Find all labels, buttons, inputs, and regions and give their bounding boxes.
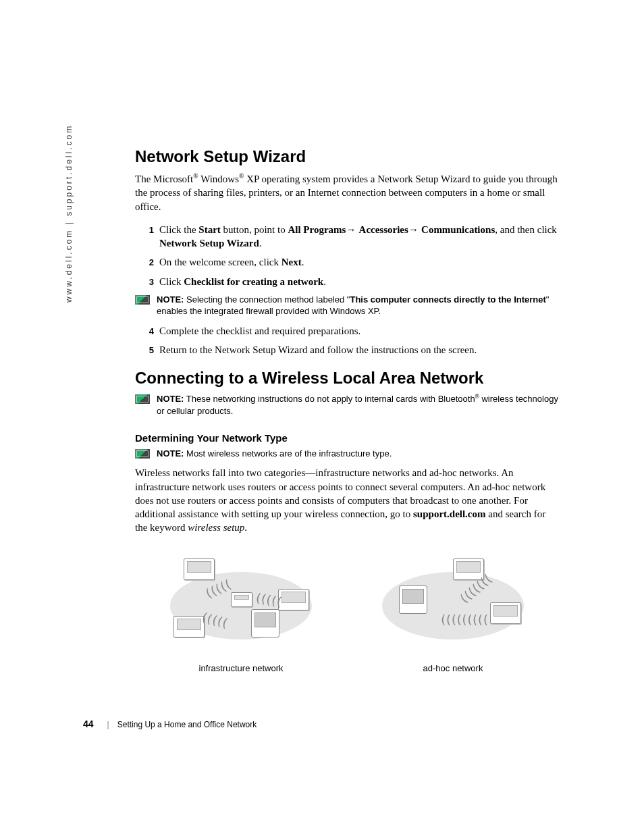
ui-label-checklist: Checklist for creating a network — [184, 276, 323, 287]
step-number: 3 — [135, 276, 154, 288]
steps-list: 1 Click the Start button, point to All P… — [135, 223, 559, 288]
step-number: 1 — [135, 224, 154, 236]
page-body: Network Setup Wizard The Microsoft® Wind… — [135, 147, 559, 673]
intro-text-1: The Microsoft — [135, 174, 193, 184]
desktop-icon — [251, 609, 279, 637]
note-label: NOTE: — [157, 294, 184, 305]
footer-separator-icon: | — [107, 720, 109, 729]
page-number: 44 — [83, 719, 94, 729]
keyword-text: wireless setup — [188, 522, 244, 533]
ui-label-communications: Communications — [421, 224, 495, 235]
note-text: Selecting the connection method labeled … — [184, 294, 350, 305]
diagram-adhoc: ((((((( ((((((((( ad-hoc network — [375, 555, 531, 673]
wireless-signal-icon: ((((((((( — [439, 613, 487, 627]
intro-text-2: Windows — [198, 174, 239, 184]
note-block: NOTE: Selecting the connection method la… — [135, 294, 559, 317]
step-2: 2 On the welcome screen, click Next. — [135, 255, 559, 269]
intro-paragraph: The Microsoft® Windows® XP operating sys… — [135, 172, 559, 213]
sidebar-url-text: www.dell.com | support.dell.com — [64, 124, 74, 303]
step-4: 4 Complete the checklist and required pr… — [135, 324, 559, 338]
ui-label-all-programs: All Programs — [288, 224, 346, 235]
subheading-network-type: Determining Your Network Type — [135, 432, 559, 444]
note-text: Most wireless networks are of the infras… — [184, 448, 392, 459]
heading-network-setup-wizard: Network Setup Wizard — [135, 147, 559, 166]
note-block: NOTE: Most wireless networks are of the … — [135, 448, 559, 460]
step-number: 5 — [135, 344, 154, 357]
note-quoted: This computer connects directly to the I… — [350, 294, 545, 305]
desktop-icon — [399, 585, 427, 614]
laptop-icon — [490, 602, 521, 624]
step-text: . — [259, 238, 262, 249]
ui-label-next: Next — [281, 257, 302, 267]
diagram-caption-adhoc: ad-hoc network — [423, 663, 483, 673]
step-number: 4 — [135, 325, 154, 338]
router-icon — [231, 592, 252, 607]
arrow-icon: → — [346, 224, 358, 235]
note-icon — [135, 295, 150, 305]
diagram-caption-infrastructure: infrastructure network — [199, 663, 284, 673]
step-text: . — [323, 276, 326, 287]
support-link-text: support.dell.com — [413, 509, 486, 519]
note-label: NOTE: — [157, 394, 184, 405]
note-block: NOTE: These networking instructions do n… — [135, 393, 559, 417]
diagram-infrastructure: ((((( ((((( ((((( infrastructure network — [163, 555, 319, 673]
ui-label-accessories: Accessories — [359, 224, 408, 235]
laptop-icon — [184, 558, 215, 580]
heading-wireless-lan: Connecting to a Wireless Local Area Netw… — [135, 369, 559, 388]
ui-label-start: Start — [198, 224, 221, 235]
steps-list-cont: 4 Complete the checklist and required pr… — [135, 324, 559, 357]
step-3: 3 Click Checklist for creating a network… — [135, 275, 559, 288]
registered-mark-icon: ® — [193, 172, 198, 180]
step-text: . — [302, 257, 304, 267]
step-text: On the welcome screen, click — [159, 257, 281, 267]
footer-section-title: Setting Up a Home and Office Network — [117, 720, 257, 729]
step-text: button, point to — [221, 224, 288, 235]
step-number: 2 — [135, 257, 154, 269]
note-text: These networking instructions do not app… — [184, 394, 475, 405]
laptop-icon — [278, 589, 309, 610]
body-text: . — [244, 522, 247, 533]
step-1: 1 Click the Start button, point to All P… — [135, 223, 559, 251]
page-footer: 44 | Setting Up a Home and Office Networ… — [83, 719, 257, 729]
ui-label-nsw: Network Setup Wizard — [159, 238, 259, 249]
body-paragraph: Wireless networks fall into two categori… — [135, 466, 559, 534]
note-icon — [135, 394, 150, 404]
diagrams-row: ((((( ((((( ((((( infrastructure network… — [135, 555, 559, 673]
step-text: Complete the checklist and required prep… — [159, 324, 360, 338]
arrow-icon: → — [408, 224, 421, 235]
note-icon — [135, 449, 150, 459]
step-text: Return to the Network Setup Wizard and f… — [159, 343, 477, 357]
step-text: Click the — [159, 224, 198, 235]
note-label: NOTE: — [157, 448, 184, 459]
step-text: Click — [159, 276, 184, 287]
step-5: 5 Return to the Network Setup Wizard and… — [135, 343, 559, 357]
step-text: , and then click — [495, 224, 557, 235]
